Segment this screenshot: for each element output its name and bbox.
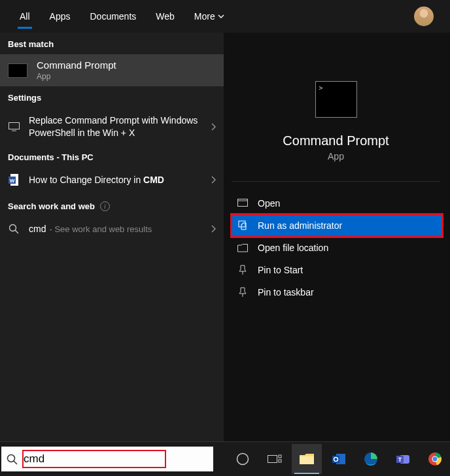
taskbar: T bbox=[0, 441, 450, 476]
search-icon bbox=[1, 454, 22, 465]
action-run-as-administrator[interactable]: Run as administrator bbox=[232, 214, 442, 237]
tab-more[interactable]: More bbox=[184, 0, 234, 33]
search-icon bbox=[8, 223, 20, 235]
tab-documents[interactable]: Documents bbox=[80, 0, 146, 33]
svg-rect-13 bbox=[268, 456, 277, 463]
svg-line-6 bbox=[15, 230, 18, 233]
word-doc-icon: W bbox=[8, 174, 20, 186]
web-result-cmd[interactable]: cmd - See work and web results bbox=[0, 216, 224, 241]
results-left-panel: Best match Command Prompt App Settings R… bbox=[0, 33, 224, 441]
settings-header: Settings bbox=[0, 86, 224, 108]
taskbar-teams[interactable]: T bbox=[388, 444, 418, 474]
shield-icon bbox=[237, 220, 249, 231]
svg-rect-7 bbox=[238, 199, 248, 207]
tab-apps[interactable]: Apps bbox=[40, 0, 80, 33]
action-pin-start-label: Pin to Start bbox=[258, 265, 303, 275]
svg-rect-14 bbox=[279, 455, 281, 458]
pin-start-icon bbox=[237, 264, 249, 276]
folder-icon bbox=[237, 242, 249, 254]
setting-replace-cmd-powershell[interactable]: Replace Command Prompt with Windows Powe… bbox=[0, 108, 224, 146]
preview-sub: App bbox=[328, 151, 344, 162]
command-prompt-icon bbox=[8, 63, 27, 78]
best-match-title: Command Prompt bbox=[37, 60, 116, 71]
svg-line-11 bbox=[14, 461, 17, 464]
action-pin-to-start[interactable]: Pin to Start bbox=[232, 259, 442, 281]
tab-all[interactable]: All bbox=[10, 0, 40, 33]
taskbar-cortana[interactable] bbox=[228, 444, 258, 474]
info-icon[interactable]: i bbox=[100, 201, 110, 211]
taskbar-outlook[interactable] bbox=[324, 444, 354, 474]
preview-header: Command Prompt App bbox=[232, 44, 440, 182]
tab-more-label: More bbox=[194, 11, 215, 22]
taskbar-edge[interactable] bbox=[356, 444, 386, 474]
action-list: Open Run as administrator Open file loca… bbox=[224, 182, 450, 303]
chevron-right-icon bbox=[211, 176, 216, 184]
search-results-main: Best match Command Prompt App Settings R… bbox=[0, 33, 450, 441]
setting-item-label: Replace Command Prompt with Windows Powe… bbox=[29, 114, 202, 139]
search-tabs-header: All Apps Documents Web More bbox=[0, 0, 450, 33]
action-pin-to-taskbar[interactable]: Pin to taskbar bbox=[232, 281, 442, 303]
taskbar-icons: T bbox=[228, 444, 450, 474]
best-match-sub: App bbox=[37, 72, 116, 81]
taskbar-file-explorer[interactable] bbox=[292, 444, 322, 474]
best-match-command-prompt[interactable]: Command Prompt App bbox=[0, 54, 224, 86]
action-open-file-location[interactable]: Open file location bbox=[232, 237, 442, 259]
user-avatar[interactable] bbox=[414, 7, 434, 26]
chevron-right-icon bbox=[211, 225, 216, 233]
doc-item-label: How to Change Directory in CMD bbox=[29, 175, 202, 185]
best-match-header: Best match bbox=[0, 33, 224, 54]
preview-panel: Command Prompt App Open Run as administr… bbox=[224, 33, 450, 441]
doc-item-change-directory[interactable]: W How to Change Directory in CMD bbox=[0, 167, 224, 192]
taskbar-chrome[interactable] bbox=[420, 444, 450, 474]
documents-header: Documents - This PC bbox=[0, 146, 224, 167]
web-result-text: cmd - See work and web results bbox=[29, 224, 202, 234]
tab-web[interactable]: Web bbox=[146, 0, 184, 33]
action-run-admin-label: Run as administrator bbox=[258, 220, 342, 231]
taskbar-task-view[interactable] bbox=[260, 444, 290, 474]
preview-title: Command Prompt bbox=[283, 133, 389, 148]
search-input-highlight bbox=[22, 450, 166, 468]
svg-rect-17 bbox=[332, 456, 339, 463]
taskbar-search-box[interactable] bbox=[1, 447, 213, 471]
action-open-label: Open bbox=[258, 198, 280, 209]
svg-text:T: T bbox=[398, 456, 402, 463]
chevron-right-icon bbox=[211, 123, 216, 131]
svg-point-25 bbox=[433, 457, 438, 462]
action-open-loc-label: Open file location bbox=[258, 243, 328, 253]
best-match-text: Command Prompt App bbox=[37, 60, 116, 81]
svg-rect-0 bbox=[9, 122, 19, 129]
search-work-web-header: Search work and web i bbox=[0, 192, 224, 216]
taskbar-search-input[interactable] bbox=[24, 452, 162, 466]
svg-point-10 bbox=[7, 454, 14, 462]
svg-point-12 bbox=[237, 454, 249, 465]
pin-taskbar-icon bbox=[237, 286, 249, 298]
svg-rect-15 bbox=[279, 460, 281, 462]
search-work-web-label: Search work and web bbox=[8, 201, 95, 211]
svg-text:W: W bbox=[10, 177, 15, 183]
command-prompt-preview-icon bbox=[315, 81, 357, 118]
svg-point-5 bbox=[10, 224, 16, 231]
action-pin-taskbar-label: Pin to taskbar bbox=[258, 287, 314, 298]
monitor-icon bbox=[8, 121, 20, 133]
open-icon bbox=[237, 197, 249, 209]
action-open[interactable]: Open bbox=[232, 192, 442, 214]
chevron-down-icon bbox=[218, 14, 224, 18]
